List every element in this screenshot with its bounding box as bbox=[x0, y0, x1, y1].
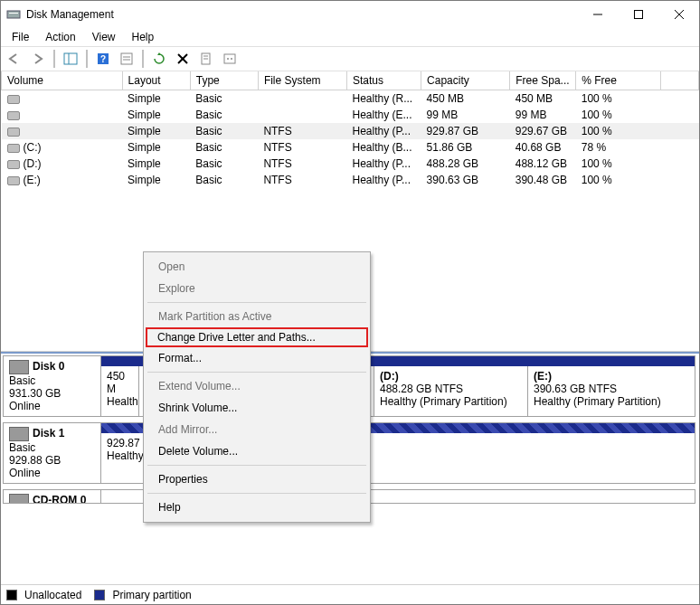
menu-item: Explore bbox=[146, 278, 368, 299]
table-cell: Healthy (P... bbox=[346, 123, 421, 139]
table-row[interactable]: (C:)SimpleBasicNTFSHealthy (B...51.86 GB… bbox=[2, 139, 699, 156]
table-cell: Basic bbox=[190, 156, 258, 172]
table-cell: (D:) bbox=[2, 156, 123, 172]
menu-separator bbox=[147, 465, 366, 466]
table-cell: Basic bbox=[190, 123, 258, 139]
column-header[interactable]: Status bbox=[346, 71, 421, 90]
delete-button[interactable] bbox=[173, 49, 193, 69]
table-row[interactable]: SimpleBasicNTFSHealthy (P...929.87 GB929… bbox=[2, 123, 699, 139]
table-row[interactable]: (E:)SimpleBasicNTFSHealthy (P...390.63 G… bbox=[2, 172, 699, 188]
svg-text:?: ? bbox=[100, 54, 106, 64]
menu-item: Extend Volume... bbox=[146, 375, 368, 397]
disk-info[interactable]: Disk 1 Basic929.88 GBOnline bbox=[4, 423, 101, 483]
menu-item[interactable]: Shrink Volume... bbox=[146, 397, 368, 419]
separator bbox=[53, 50, 55, 68]
menu-separator bbox=[147, 302, 366, 303]
column-header[interactable]: Layout bbox=[122, 71, 190, 90]
table-cell bbox=[661, 139, 699, 156]
menu-file[interactable]: File bbox=[5, 29, 36, 45]
table-cell: 78 % bbox=[576, 139, 661, 156]
table-cell bbox=[2, 107, 123, 123]
context-menu: OpenExploreMark Partition as ActiveChang… bbox=[143, 251, 371, 523]
disk-info[interactable]: Disk 0 Basic931.30 GBOnline bbox=[4, 356, 101, 416]
table-cell: Basic bbox=[190, 107, 258, 123]
svg-rect-0 bbox=[7, 11, 20, 18]
separator bbox=[86, 50, 88, 68]
table-cell: (E:) bbox=[2, 172, 123, 188]
menu-item[interactable]: Help bbox=[146, 496, 368, 518]
svg-rect-3 bbox=[634, 11, 642, 19]
menu-item[interactable]: Properties bbox=[146, 468, 368, 490]
partition[interactable]: (E:)390.63 GB NTFSHealthy (Primary Parti… bbox=[528, 366, 682, 416]
menu-help[interactable]: Help bbox=[125, 29, 162, 45]
legend-primary-label: Primary partition bbox=[112, 589, 191, 601]
table-cell: 488.28 GB bbox=[421, 156, 510, 172]
partition[interactable]: 450 MHealth bbox=[101, 366, 139, 416]
table-cell: 100 % bbox=[576, 90, 661, 108]
minimize-button[interactable] bbox=[577, 2, 618, 27]
column-header[interactable]: File System bbox=[258, 71, 346, 90]
column-header[interactable]: % Free bbox=[576, 71, 661, 90]
disk-icon bbox=[9, 427, 29, 441]
table-cell: 390.63 GB bbox=[421, 172, 510, 188]
menu-action[interactable]: Action bbox=[38, 29, 82, 45]
column-header[interactable]: Capacity bbox=[421, 71, 510, 90]
table-cell bbox=[661, 123, 699, 139]
swatch-primary bbox=[94, 590, 105, 600]
table-cell: NTFS bbox=[258, 139, 346, 156]
table-cell: Basic bbox=[190, 139, 258, 156]
back-button[interactable] bbox=[5, 49, 24, 69]
maximize-button[interactable] bbox=[618, 2, 658, 27]
column-header[interactable]: Type bbox=[190, 71, 258, 90]
table-cell bbox=[2, 90, 123, 108]
app-window: Disk Management File Action View Help ? … bbox=[0, 0, 700, 605]
table-row[interactable]: SimpleBasicHealthy (R...450 MB450 MB100 … bbox=[2, 90, 699, 108]
settings-button[interactable] bbox=[220, 49, 240, 69]
table-cell: 99 MB bbox=[510, 107, 576, 123]
action-list-button[interactable] bbox=[117, 49, 137, 69]
show-hide-tree-button[interactable] bbox=[61, 49, 80, 69]
help-button[interactable]: ? bbox=[93, 49, 113, 69]
disk-info[interactable]: CD-ROM 0 bbox=[4, 490, 101, 503]
table-cell: Basic bbox=[190, 172, 258, 188]
menu-view[interactable]: View bbox=[85, 29, 123, 45]
table-cell: 929.87 GB bbox=[421, 123, 510, 139]
column-header[interactable]: Free Spa... bbox=[510, 71, 576, 90]
table-cell: NTFS bbox=[258, 156, 346, 172]
table-cell: Healthy (B... bbox=[346, 139, 421, 156]
table-cell: Healthy (P... bbox=[346, 172, 421, 188]
table-row[interactable]: SimpleBasicHealthy (E...99 MB99 MB100 % bbox=[2, 107, 699, 123]
volume-table[interactable]: VolumeLayoutTypeFile SystemStatusCapacit… bbox=[1, 71, 699, 188]
partition[interactable]: (D:)488.28 GB NTFSHealthy (Primary Parti… bbox=[374, 366, 528, 416]
menu-item[interactable]: Delete Volume... bbox=[146, 440, 368, 462]
table-cell: 450 MB bbox=[421, 90, 510, 108]
column-header[interactable]: Volume bbox=[2, 71, 123, 90]
window-title: Disk Management bbox=[26, 8, 114, 21]
menu-item[interactable]: Change Drive Letter and Paths... bbox=[146, 327, 368, 347]
app-icon bbox=[6, 7, 21, 22]
table-cell: 40.68 GB bbox=[510, 139, 576, 156]
properties-button[interactable] bbox=[196, 49, 216, 69]
table-cell: Simple bbox=[122, 156, 190, 172]
table-cell: Basic bbox=[190, 90, 258, 108]
table-cell: Healthy (P... bbox=[346, 156, 421, 172]
menu-separator bbox=[147, 493, 366, 494]
table-cell: Simple bbox=[122, 123, 190, 139]
menu-separator bbox=[147, 372, 366, 373]
refresh-button[interactable] bbox=[149, 49, 169, 69]
menu-item[interactable]: Format... bbox=[146, 347, 368, 369]
legend-bar: Unallocated Primary partition bbox=[1, 584, 699, 604]
svg-point-20 bbox=[231, 58, 232, 60]
forward-button[interactable] bbox=[28, 49, 48, 69]
table-cell: 100 % bbox=[576, 172, 661, 188]
column-header-spare[interactable] bbox=[661, 71, 699, 90]
title-bar: Disk Management bbox=[1, 1, 699, 28]
table-row[interactable]: (D:)SimpleBasicNTFSHealthy (P...488.28 G… bbox=[2, 156, 699, 172]
table-cell bbox=[258, 107, 346, 123]
svg-rect-1 bbox=[9, 13, 18, 14]
disk-icon bbox=[9, 360, 29, 374]
table-cell: 450 MB bbox=[510, 90, 576, 108]
close-button[interactable] bbox=[658, 2, 699, 27]
table-cell: 100 % bbox=[576, 123, 661, 139]
table-cell: (C:) bbox=[2, 139, 123, 156]
